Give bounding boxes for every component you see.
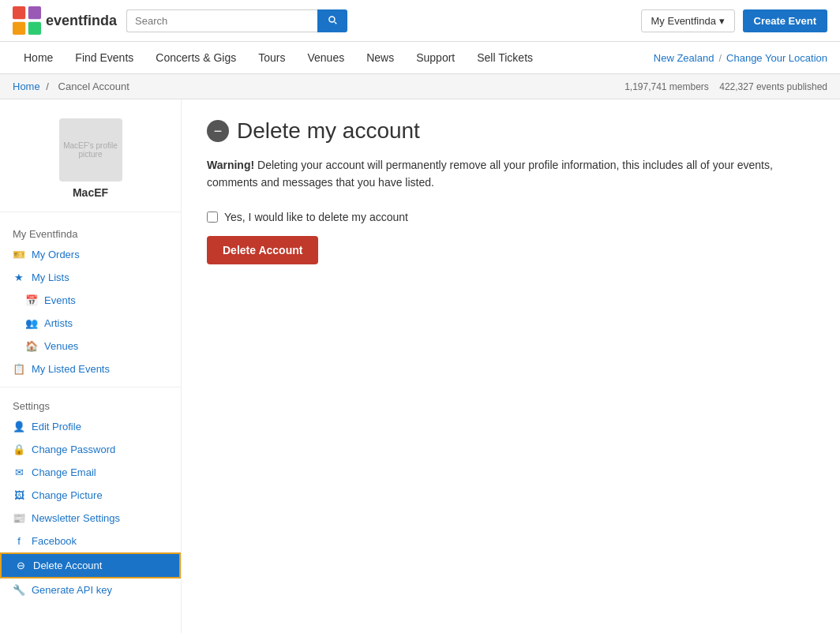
sidebar: MacEF's profile picture MacEF My Eventfi… [0, 99, 182, 633]
svg-rect-3 [28, 22, 41, 35]
sidebar-change-password[interactable]: 🔒 Change Password [0, 438, 181, 461]
breadcrumb-home[interactable]: Home [13, 80, 40, 92]
sidebar-facebook-label: Facebook [32, 535, 77, 547]
sidebar-change-picture-label: Change Picture [32, 489, 103, 501]
main-layout: MacEF's profile picture MacEF My Eventfi… [0, 99, 840, 633]
nav-news[interactable]: News [355, 42, 405, 73]
sidebar-change-email[interactable]: ✉ Change Email [0, 461, 181, 484]
sidebar-events-label: Events [44, 294, 76, 306]
sidebar-generate-api-key-label: Generate API key [32, 584, 112, 596]
email-icon: ✉ [13, 466, 25, 478]
my-eventfinda-button[interactable]: My Eventfinda ▾ [641, 9, 735, 32]
sidebar-edit-profile-label: Edit Profile [32, 421, 81, 432]
artists-icon: 👥 [25, 317, 38, 329]
breadcrumb-current: Cancel Account [58, 80, 129, 92]
sidebar-artists[interactable]: 👥 Artists [0, 312, 181, 335]
stats-bar: 1,197,741 members 422,327 events publish… [624, 81, 827, 92]
confirm-delete-checkbox[interactable] [207, 212, 218, 223]
sidebar-delete-account[interactable]: ⊖ Delete Account [0, 552, 181, 578]
members-count: 1,197,741 members [624, 81, 709, 92]
logo[interactable]: eventfinda [13, 6, 117, 35]
events-icon: 📅 [25, 294, 38, 306]
breadcrumb: Home / Cancel Account [13, 80, 133, 92]
minus-circle-icon: ⊖ [14, 560, 27, 571]
user-icon: 👤 [13, 421, 25, 432]
page-title: − Delete my account [207, 118, 815, 144]
lock-icon: 🔒 [13, 444, 25, 455]
svg-rect-2 [13, 22, 25, 35]
nav-sell-tickets[interactable]: Sell Tickets [466, 42, 544, 73]
orders-icon: 🎫 [13, 249, 25, 260]
nav-find-events[interactable]: Find Events [64, 42, 144, 73]
sidebar-change-email-label: Change Email [32, 466, 96, 478]
sidebar-my-lists-label: My Lists [32, 271, 69, 283]
search-button[interactable] [317, 9, 347, 32]
listed-events-icon: 📋 [13, 363, 25, 375]
create-event-button[interactable]: Create Event [743, 9, 827, 32]
lists-icon: ★ [13, 271, 25, 283]
sidebar-facebook[interactable]: f Facebook [0, 530, 181, 552]
profile-name: MacEF [13, 186, 168, 199]
page-title-text: Delete my account [237, 118, 420, 144]
sidebar-change-password-label: Change Password [32, 444, 115, 455]
sidebar-my-orders[interactable]: 🎫 My Orders [0, 243, 181, 266]
sidebar-my-orders-label: My Orders [32, 249, 80, 260]
nav-concerts-gigs[interactable]: Concerts & Gigs [144, 42, 247, 73]
nav-right: New Zealand / Change Your Location [654, 52, 827, 64]
nav-region-link[interactable]: New Zealand [654, 52, 714, 64]
search-area [126, 9, 347, 32]
sidebar-newsletter-settings-label: Newsletter Settings [32, 512, 120, 524]
picture-icon: 🖼 [13, 489, 25, 501]
events-count: 422,327 events published [719, 81, 827, 92]
main-content: − Delete my account Warning! Deleting yo… [182, 99, 840, 633]
breadcrumb-separator: / [46, 80, 49, 92]
nav-venues[interactable]: Venues [296, 42, 355, 73]
sidebar-generate-api-key[interactable]: 🔧 Generate API key [0, 578, 181, 601]
sidebar-edit-profile[interactable]: 👤 Edit Profile [0, 415, 181, 438]
sidebar-events[interactable]: 📅 Events [0, 289, 181, 312]
sidebar-divider [0, 387, 181, 388]
sidebar-newsletter-settings[interactable]: 📰 Newsletter Settings [0, 507, 181, 530]
facebook-icon: f [13, 535, 25, 547]
nav-change-location[interactable]: Change Your Location [726, 52, 827, 64]
logo-text: eventfinda [46, 13, 117, 29]
venues-icon: 🏠 [25, 340, 38, 352]
settings-section-title: Settings [0, 394, 181, 415]
api-key-icon: 🔧 [13, 584, 25, 596]
sidebar-venues-label: Venues [44, 340, 78, 352]
warning-strong: Warning! [207, 159, 254, 171]
nav-separator: / [718, 52, 722, 64]
nav-support[interactable]: Support [405, 42, 466, 73]
confirm-delete-label[interactable]: Yes, I would like to delete my account [224, 211, 408, 223]
sidebar-delete-account-label: Delete Account [33, 560, 102, 571]
warning-paragraph: Warning! Deleting your account will perm… [207, 156, 815, 192]
warning-text: Deleting your account will permanently r… [207, 159, 773, 189]
search-input[interactable] [126, 9, 317, 32]
sidebar-venues[interactable]: 🏠 Venues [0, 335, 181, 358]
svg-rect-1 [28, 6, 41, 19]
header-right: My Eventfinda ▾ Create Event [641, 9, 827, 32]
delete-confirm-row: Yes, I would like to delete my account [207, 211, 815, 223]
my-eventfinda-section-title: My Eventfinda [0, 222, 181, 243]
svg-rect-0 [13, 6, 25, 19]
navigation: Home Find Events Concerts & Gigs Tours V… [0, 42, 840, 74]
delete-account-button[interactable]: Delete Account [207, 236, 318, 264]
nav-tours[interactable]: Tours [247, 42, 296, 73]
breadcrumb-bar: Home / Cancel Account 1,197,741 members … [0, 74, 840, 99]
nav-home[interactable]: Home [13, 42, 64, 73]
sidebar-my-listed-events-label: My Listed Events [32, 363, 110, 375]
sidebar-artists-label: Artists [44, 317, 73, 329]
sidebar-my-listed-events[interactable]: 📋 My Listed Events [0, 358, 181, 380]
avatar-placeholder: MacEF's profile picture [59, 141, 122, 159]
newsletter-icon: 📰 [13, 512, 25, 524]
profile-area: MacEF's profile picture MacEF [0, 112, 181, 212]
nav-left: Home Find Events Concerts & Gigs Tours V… [13, 42, 544, 73]
sidebar-my-lists[interactable]: ★ My Lists [0, 266, 181, 289]
delete-icon: − [207, 120, 229, 142]
sidebar-change-picture[interactable]: 🖼 Change Picture [0, 484, 181, 507]
avatar: MacEF's profile picture [59, 118, 122, 182]
